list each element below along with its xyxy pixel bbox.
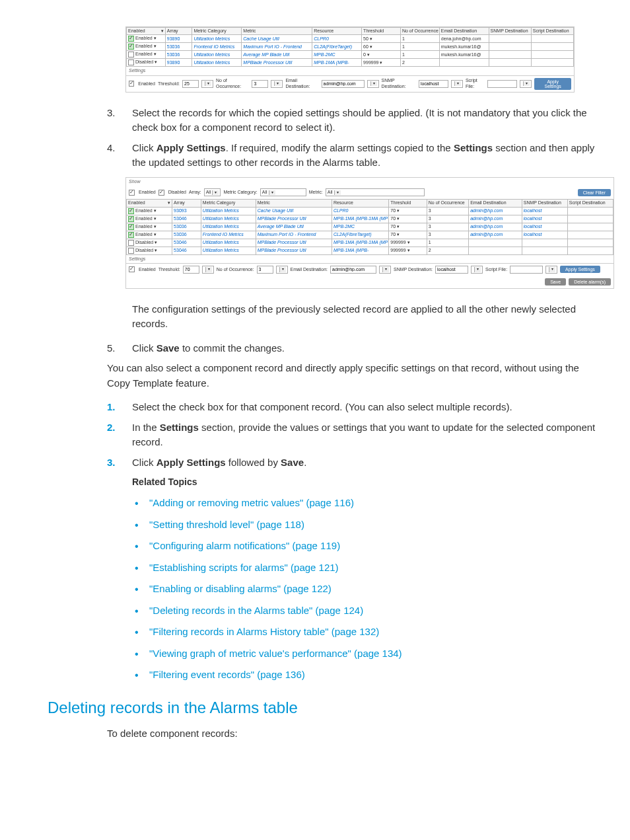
delete-alarms-button[interactable]: Delete alarm(s) xyxy=(569,278,611,286)
step-5: 5. Click Save to commit the changes. xyxy=(107,341,604,356)
alarms-table-screenshot-2: Show Enabled Disabled Array: All▾ Metric… xyxy=(125,177,614,289)
chevron-down-icon: ▾ xyxy=(168,200,170,206)
step-3: 3. Select the records for which the copi… xyxy=(107,106,604,135)
enabled-checkbox[interactable] xyxy=(129,266,135,272)
script-dropdown[interactable]: ▾ xyxy=(545,266,557,274)
script-dropdown[interactable]: ▾ xyxy=(520,80,532,88)
settings-bar-2: Enabled Threshold: ▾ No of Occurrence: ▾… xyxy=(126,263,613,276)
snmp-input[interactable] xyxy=(419,80,448,88)
row-checkbox[interactable] xyxy=(128,44,134,50)
col-email: Email Destination xyxy=(439,28,489,35)
col-metric: Metric xyxy=(242,28,312,35)
row-checkbox[interactable] xyxy=(128,36,134,42)
row-checkbox[interactable] xyxy=(128,224,134,230)
config-applied-text: The configuration settings of the previo… xyxy=(132,302,604,332)
occurrence-dropdown[interactable]: ▾ xyxy=(276,266,288,274)
snmp-input[interactable] xyxy=(435,266,468,274)
occurrence-input[interactable] xyxy=(257,266,273,274)
col-array: Array xyxy=(165,28,192,35)
alarms-table-screenshot-1: Enabled▾ Array Metric Category Metric Re… xyxy=(125,26,575,93)
email-input[interactable] xyxy=(322,80,365,88)
col-enabled: Enabled▾ xyxy=(127,28,166,35)
table-row[interactable]: Enabled ▾53036Utilization MetricsAverage… xyxy=(127,223,613,231)
related-topic-link[interactable]: "Setting threshold level" (page 118) xyxy=(149,519,304,530)
category-filter[interactable]: All▾ xyxy=(260,188,306,196)
related-topic-item: "Enabling or disabling alarms" (page 122… xyxy=(132,582,604,597)
snmp-dropdown[interactable]: ▾ xyxy=(451,80,463,88)
related-topic-item: "Setting threshold level" (page 118) xyxy=(132,517,604,533)
row-checkbox[interactable] xyxy=(128,216,134,222)
section-body: To delete component records: xyxy=(107,726,604,742)
alt-step-1: 1. Select the check box for that compone… xyxy=(107,400,604,415)
snmp-dropdown[interactable]: ▾ xyxy=(471,266,483,274)
threshold-input[interactable] xyxy=(182,80,199,88)
row-checkbox[interactable] xyxy=(128,52,134,57)
disabled-filter-checkbox[interactable] xyxy=(158,190,164,196)
related-topic-link[interactable]: "Filtering event records" (page 136) xyxy=(149,669,305,680)
related-topic-link[interactable]: "Deleting records in the Alarms table" (… xyxy=(149,605,363,616)
settings-label: Settings xyxy=(126,67,574,75)
alt-step-3: 3. Click Apply Settings followed by Save… xyxy=(107,455,604,471)
apply-settings-button[interactable]: Apply Settings xyxy=(534,78,571,90)
script-input[interactable] xyxy=(487,80,517,88)
show-label: Show xyxy=(126,178,613,186)
related-topic-link[interactable]: "Viewing graph of metric value's perform… xyxy=(149,648,402,659)
col-snmp: SNMP Destination xyxy=(489,28,531,35)
row-checkbox[interactable] xyxy=(128,240,134,246)
related-topic-item: "Adding or removing metric values" (page… xyxy=(132,496,604,511)
table-row[interactable]: Enabled ▾ 93890 Utilization Metrics Cach… xyxy=(127,35,574,43)
enabled-checkbox[interactable] xyxy=(129,81,134,87)
table-row[interactable]: Enabled ▾ 53036 Frontend IO Metrics Maxi… xyxy=(127,43,574,51)
email-dropdown[interactable]: ▾ xyxy=(379,266,391,274)
metric-filter[interactable]: All▾ xyxy=(326,188,425,196)
alt-intro-text: You can also select a component record a… xyxy=(107,361,604,391)
occurrence-input[interactable] xyxy=(252,80,268,88)
related-topic-link[interactable]: "Enabling or disabling alarms" (page 122… xyxy=(149,583,332,594)
array-filter[interactable]: All▾ xyxy=(204,188,221,196)
related-topic-item: "Configuring alarm notifications" (page … xyxy=(132,539,604,554)
script-input[interactable] xyxy=(510,266,543,274)
table-row[interactable]: Enabled ▾53046Utilization MetricsMPBlade… xyxy=(127,215,613,223)
related-topic-item: "Establishing scripts for alarms" (page … xyxy=(132,560,604,576)
alarms-table: Enabled▾ Array Metric Category Metric Re… xyxy=(126,27,574,67)
related-topics-list: "Adding or removing metric values" (page… xyxy=(132,496,604,683)
save-button[interactable]: Save xyxy=(545,278,566,286)
col-threshold: Threshold xyxy=(362,28,401,35)
related-topic-link[interactable]: "Establishing scripts for alarms" (page … xyxy=(149,562,339,573)
related-topic-item: "Deleting records in the Alarms table" (… xyxy=(132,603,604,619)
email-input[interactable] xyxy=(330,266,376,274)
row-checkbox[interactable] xyxy=(128,232,134,238)
threshold-dropdown[interactable]: ▾ xyxy=(202,266,214,274)
table-row[interactable]: Enabled ▾ 53036 Utilization Metrics Aver… xyxy=(127,51,574,59)
table-row[interactable]: Disabled ▾53046Utilization MetricsMPBlad… xyxy=(127,247,613,254)
table-row[interactable]: Disabled ▾ 93890 Utilization Metrics MPB… xyxy=(127,59,574,67)
settings-label-2: Settings xyxy=(126,255,613,263)
related-topic-link[interactable]: "Filtering records in Alarms History tab… xyxy=(149,626,379,637)
filter-bar: Enabled Disabled Array: All▾ Metric Cate… xyxy=(126,186,613,199)
chevron-down-icon: ▾ xyxy=(161,28,164,34)
email-dropdown[interactable]: ▾ xyxy=(367,80,379,88)
row-checkbox[interactable] xyxy=(128,59,134,65)
related-topic-link[interactable]: "Configuring alarm notifications" (page … xyxy=(149,540,340,551)
apply-settings-button[interactable]: Apply Settings xyxy=(560,266,600,273)
occurrence-dropdown[interactable]: ▾ xyxy=(271,80,283,88)
related-topic-link[interactable]: "Adding or removing metric values" (page… xyxy=(149,497,354,508)
related-topic-item: "Viewing graph of metric value's perform… xyxy=(132,646,604,662)
table-row[interactable]: Enabled ▾93093Utilization MetricsCache U… xyxy=(127,207,613,215)
clear-filter-button[interactable]: Clear Filter xyxy=(578,189,611,196)
settings-bar: Enabled Threshold: ▾ No of Occurrence: ▾… xyxy=(126,75,574,92)
step-4: 4. Click Apply Settings. If required, mo… xyxy=(107,141,604,171)
enabled-filter-checkbox[interactable] xyxy=(129,190,135,196)
threshold-dropdown[interactable]: ▾ xyxy=(201,80,213,88)
col-script: Script Destination xyxy=(531,28,573,35)
row-checkbox[interactable] xyxy=(128,248,134,254)
col-occurrence: No of Occurrence xyxy=(400,28,439,35)
related-topic-item: "Filtering records in Alarms History tab… xyxy=(132,625,604,640)
table-row[interactable]: Enabled ▾53036Frontend IO MetricsMaximum… xyxy=(127,231,613,239)
table-row[interactable]: Disabled ▾53046Utilization MetricsMPBlad… xyxy=(127,239,613,247)
row-checkbox[interactable] xyxy=(128,208,134,214)
alarms-table-2: Enabled▾ Array Metric Category Metric Re… xyxy=(126,199,613,254)
related-topics-heading: Related Topics xyxy=(132,475,604,489)
section-heading: Deleting records in the Alarms table xyxy=(48,696,604,720)
threshold-input[interactable] xyxy=(183,266,199,274)
